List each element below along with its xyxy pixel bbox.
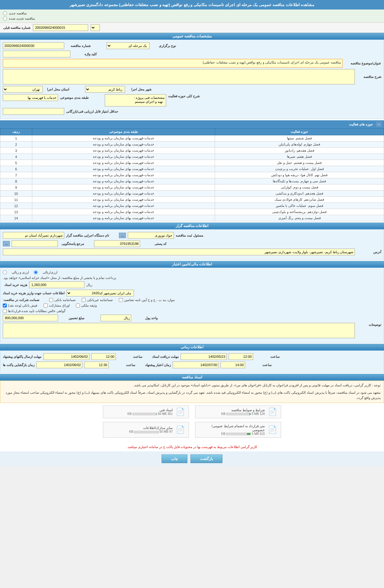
guarantee-checkbox-1[interactable]: [119, 298, 123, 302]
validity-date-input[interactable]: [173, 362, 219, 368]
activity-cell: فصل ششم. سیتها: [215, 135, 384, 141]
responsible-input[interactable]: [128, 232, 174, 239]
guarantee-amount-input[interactable]: [3, 315, 58, 321]
keyword-label: کلید واژه: [72, 52, 97, 56]
bottom-note: کاربر گرامی اطلاعات مربوط به فهرست بها د…: [0, 444, 384, 450]
financial-title: اطلاعات مالی/تامین اعتبار: [0, 261, 384, 268]
organizer-section: اطلاعات مناقصه گزار مسئول ثبت مناقصه ...…: [0, 222, 384, 260]
activity-cell: فصل بیست و هشتم. حمل و نقل: [215, 160, 384, 166]
action-buttons: بازگشت چاپ: [0, 451, 384, 466]
subject-value: مناقصه عمومی یک مرحله ای اجرای تاسیسات م…: [3, 59, 343, 68]
doc-icon-4: 📄: [176, 425, 185, 434]
rial-radio[interactable]: [34, 270, 38, 274]
submission-time-input[interactable]: [91, 353, 116, 360]
opening-time-input[interactable]: [84, 362, 109, 368]
guarantee-checkbox-3[interactable]: [82, 298, 86, 302]
table-row: فصل چهارم. لوله‌های پلی‌اتیلن خدمات-فهرس…: [0, 141, 384, 148]
activities-table-section: − حوزه های فعالیت حوزه فعالیت طبقه بندی …: [0, 120, 384, 221]
province-label: استان محل اجرا: [45, 87, 69, 91]
doc-price-input[interactable]: [29, 281, 84, 288]
prev-number-dropdown[interactable]: ▼: [91, 24, 100, 31]
row-number-cell: 4: [0, 154, 32, 160]
category-cell: خدمات-فهرست بهای سازمان برنامه و بودجه: [32, 209, 215, 215]
guarantee-option-7: گواهی خالص مطالبات تایید شده قراردادها: [8, 309, 65, 313]
print-button[interactable]: چاپ: [162, 455, 187, 463]
doc-row-2: 📄 متن قرارداد به انضمام شرایط عمومی/خصوص…: [2, 422, 382, 438]
submission-date-input[interactable]: [43, 353, 89, 360]
row-number-cell: 11: [0, 197, 32, 203]
unit-input[interactable]: [100, 315, 131, 321]
doc-name-2: اسناد فنی: [127, 408, 173, 412]
doc-row-1: 📄 شرایط و ضوابط مناقصه 128 KB 5 MB 📄 اسن…: [2, 405, 382, 418]
general-info-title: مشخصات مناقصه عمومی: [0, 33, 384, 40]
validity-time-input[interactable]: [221, 362, 245, 368]
remove-activity-btn[interactable]: −: [376, 122, 382, 127]
org-name-input[interactable]: [3, 232, 64, 239]
receipt-time-input[interactable]: [229, 353, 253, 360]
responsible-dots-btn[interactable]: ...: [119, 233, 126, 238]
financial-note: پرداخت تمام و یا بخشی از مبلغ مناقصه، از…: [3, 276, 116, 280]
opening-date-input[interactable]: [36, 362, 82, 368]
financial-section: اطلاعات مالی/تامین اعتبار ارزی/ریالی ارز…: [0, 261, 384, 342]
threshold-input[interactable]: [3, 108, 64, 115]
response-ref-dots-btn[interactable]: ...: [3, 241, 10, 246]
back-button[interactable]: بازگشت: [190, 455, 222, 463]
postal-code-input[interactable]: [94, 240, 140, 247]
table-row: فصل هجدهم. اندودکاری و بندکشی خدمات-فهرس…: [0, 191, 384, 197]
guarantee-type-label: ضمانت شرکت در مناقصه:: [3, 298, 39, 302]
tender-number-input[interactable]: [3, 42, 64, 49]
activity-scope-textarea[interactable]: مشخصات فنی پروژه : تهیه و اجرای سیستم: [105, 94, 166, 106]
guarantee-checkbox-2[interactable]: [76, 304, 80, 308]
opening-date-label: زمان بازگشایی پاکت ها: [3, 363, 34, 367]
category-cell: خدمات-فهرست بهای سازمان برنامه و بودجه: [32, 154, 215, 160]
activities-table: حوزه فعالیت طبقه بندی موضوعی ردیف فصل شش…: [0, 128, 384, 221]
bank-account-select[interactable]: ملی ایران نصیرشهر کد2420: [66, 290, 134, 296]
new-tender-label: مناقصه جدید: [9, 11, 27, 15]
response-ref-input[interactable]: [12, 240, 58, 247]
row-number-cell: 6: [0, 166, 32, 172]
category-cell: خدمات-فهرست بهای سازمان برنامه و بودجه: [32, 160, 215, 166]
row-number-cell: 10: [0, 191, 32, 197]
table-row: فصل دوازدهم. بن‌بشسآخته و بلوک‌چینی خدما…: [0, 209, 384, 215]
revised-tender-radio[interactable]: [3, 17, 7, 21]
guarantee-checkbox-6[interactable]: [3, 304, 7, 308]
category-cell: خدمات-فهرست بهای سازمان برنامه و بودجه: [32, 215, 215, 221]
doc-size-1: 128 KB 5 MB: [221, 412, 265, 416]
guarantee-checkbox-7[interactable]: [3, 309, 7, 313]
address-input[interactable]: [3, 249, 355, 255]
organizer-title: اطلاعات مناقصه گزار: [0, 222, 384, 229]
guarantee-checkbox-5[interactable]: [49, 298, 53, 302]
guarantee-checkbox-4[interactable]: [44, 304, 48, 308]
row-number-cell: 5: [0, 160, 32, 166]
category-cell: خدمات-فهرست بهای سازمان برنامه و بودجه: [32, 178, 215, 184]
doc-icon-3: 📄: [268, 425, 277, 434]
prev-number-input[interactable]: [33, 24, 88, 31]
responsible-label: مسئول ثبت مناقصه: [176, 234, 203, 238]
doc-name-1: شرایط و ضوابط مناقصه: [221, 408, 265, 412]
rial-label: ارزی/ریالی: [43, 270, 57, 274]
city-select[interactable]: رباط کریم: [85, 86, 125, 93]
activity-cell: فصل نهم. کانال هوا، دریچه هوا و دودکش: [215, 172, 384, 178]
province-select[interactable]: تهران: [3, 86, 43, 93]
table-row: فصل بیست و پنجم. رنگ آمیزی خدمات-فهرست ب…: [0, 215, 384, 221]
guarantee-option-3: ضمانتنامه غیربانکی: [87, 298, 113, 302]
tender-type-select[interactable]: یک مرحله ای: [107, 42, 150, 49]
guarantee-option-5: ضمانتنامه بانکی: [54, 298, 76, 302]
category-input[interactable]: [3, 94, 58, 101]
doc-item-3: 📄 متن قرارداد به انضمام شرایط عمومی/خصوص…: [195, 422, 281, 438]
timing-section: اطلاعات زمانی ساعت مهلت دریافت اسناد ساع…: [0, 344, 384, 373]
page-header: مشاهده اطلاعات مناقصه عمومی یک مرحله ای …: [0, 0, 384, 10]
currency-radio[interactable]: [3, 270, 7, 274]
keyword-input[interactable]: [3, 51, 70, 57]
description-textarea[interactable]: [3, 69, 355, 84]
financial-desc-textarea[interactable]: [3, 323, 355, 338]
activity-cell: فصل دوازدهم. بن‌بشسآخته و بلوک‌چینی: [215, 209, 384, 215]
document-note: توجه : کاربر گرامی، دریافت اسناد در مهلت…: [0, 381, 384, 403]
table-row: فصل شانزدهم. کارهای فولادی سبک خدمات-فهر…: [0, 197, 384, 203]
row-number-cell: 12: [0, 203, 32, 209]
activity-cell: فصل سوم. عملیات خاکی با ماشین: [215, 203, 384, 209]
prev-number-label: شماره مناقصه قبلی: [3, 26, 30, 30]
receipt-date-input[interactable]: [181, 353, 227, 360]
new-tender-radio[interactable]: [3, 11, 7, 15]
category-cell: خدمات-فهرست بهای سازمان برنامه و بودجه: [32, 172, 215, 178]
